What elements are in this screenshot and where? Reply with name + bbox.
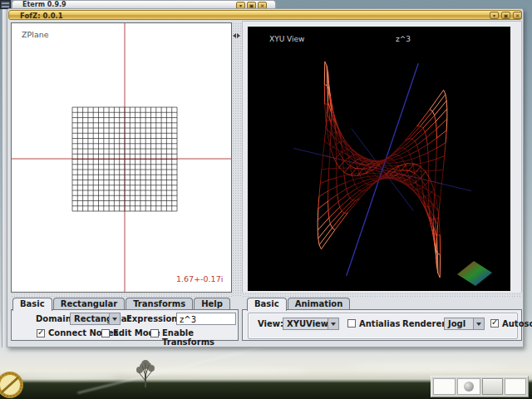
right-control-panel: View: XYUView Antialias Renderer: Jogl A… [242, 309, 522, 341]
zplane-label: ZPlane [22, 30, 49, 39]
fofz-window: FofZ: 0.0.1 ▾ ▣ × ZPlane 1.67+-0.17i Bas… [7, 8, 524, 347]
view-label: View: [258, 319, 283, 328]
xyu-view-pane: XYU View z^3 [242, 21, 522, 298]
fofz-close-icon[interactable]: × [513, 12, 522, 19]
right-tabs: Basic Animation [247, 298, 350, 309]
globe-icon [464, 382, 474, 392]
tab-basic-right[interactable]: Basic [247, 298, 287, 311]
splitpane-divider[interactable] [232, 22, 242, 298]
enable-transforms-label: Enable Transforms [162, 328, 238, 347]
xyu-view-label: XYU View [269, 35, 304, 43]
tab-rectangular[interactable]: Rectangular [53, 298, 125, 309]
antialias-checkbox[interactable] [347, 319, 356, 328]
zplane-canvas[interactable]: ZPlane 1.67+-0.17i [11, 22, 232, 293]
cursor-readout: 1.67+-0.17i [176, 274, 223, 283]
tree-silhouette [125, 356, 166, 389]
tray-button[interactable] [482, 378, 504, 395]
renderer-select-arrow-icon[interactable] [473, 318, 485, 330]
collapse-right-icon[interactable] [237, 33, 240, 38]
tab-animation[interactable]: Animation [288, 298, 351, 309]
mesh-svg [248, 27, 510, 291]
left-tabs: Basic Rectangular Transforms Help [12, 298, 230, 309]
view-select[interactable]: XYUView [283, 318, 328, 330]
cloud [349, 364, 507, 369]
domain-select[interactable]: Rectangular [70, 313, 110, 325]
tray-cell-empty[interactable] [433, 378, 456, 395]
fofz-minimize-icon[interactable]: ▾ [490, 12, 499, 19]
enable-transforms-checkbox[interactable] [150, 329, 159, 337]
antialias-label: Antialias [359, 319, 400, 328]
xyu-canvas[interactable]: XYU View z^3 [248, 27, 510, 291]
taskbar-tray[interactable] [431, 376, 529, 397]
fofz-title: FofZ: 0.0.1 [20, 12, 63, 20]
tray-cell-empty2[interactable] [505, 378, 526, 395]
expression-input[interactable] [176, 313, 236, 325]
tab-help[interactable]: Help [194, 298, 230, 309]
tray-cell-globe[interactable] [457, 378, 480, 395]
tab-basic[interactable]: Basic [12, 298, 52, 311]
fofz-maximize-icon[interactable]: ▣ [501, 12, 510, 19]
collapse-left-icon[interactable] [233, 33, 236, 38]
xyu-expression-label: z^3 [396, 35, 411, 43]
left-control-panel: Domain: Rectangular Expression: Connect … [11, 309, 239, 341]
expression-label: Expression: [126, 314, 180, 323]
autoscale-label: Autoscale [502, 319, 532, 328]
fofz-titlebar[interactable]: FofZ: 0.0.1 ▾ ▣ × [8, 10, 522, 20]
renderer-select[interactable]: Jogl [444, 318, 474, 330]
edit-mode-checkbox[interactable] [101, 329, 110, 337]
desktop-emblem-icon[interactable] [0, 371, 33, 399]
tab-transforms[interactable]: Transforms [126, 298, 193, 309]
connect-nodes-checkbox[interactable] [37, 329, 45, 337]
domain-label: Domain: [36, 314, 75, 323]
renderer-label: Renderer: [402, 319, 449, 328]
domain-select-arrow-icon[interactable] [109, 313, 121, 325]
zplane-grid-svg [12, 23, 231, 292]
autoscale-checkbox[interactable] [490, 319, 499, 328]
view-select-arrow-icon[interactable] [328, 318, 339, 330]
